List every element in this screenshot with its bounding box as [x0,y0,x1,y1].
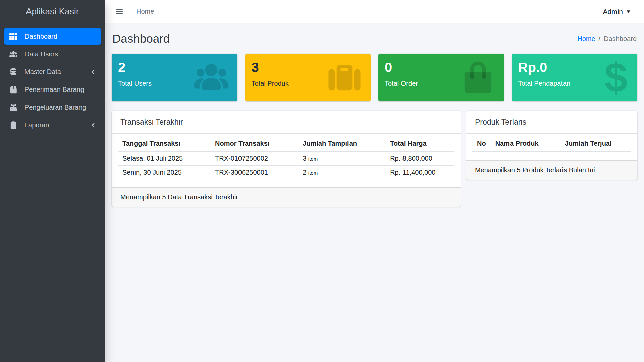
cell-qty: 3 item [298,151,385,166]
sidebar-item-label: Dashboard [24,33,97,40]
stat-card-total-users: 2 Total Users [112,54,237,101]
dollar-sign-icon: $ [604,57,627,98]
transactions-card-footer: Menampilkan 5 Data Transaksi Terakhir [112,187,461,207]
chevron-left-icon [90,69,97,75]
sidebar-item-label: Penerimaan Barang [24,86,97,94]
column-header: Nama Produk [491,136,560,151]
sidebar-item-penerimaan-barang[interactable]: Penerimaan Barang [4,81,101,98]
stats-row: 2 Total Users 3 Total Produk [112,54,637,101]
top-products-card-title: Produk Terlaris [466,111,637,134]
cash-register-icon [8,103,18,112]
shopping-bag-icon [459,59,497,96]
user-name: Admin [603,8,623,16]
sidebar-item-dashboard[interactable]: Dashboard [4,28,101,45]
database-icon [8,68,18,76]
cell-total: Rp. 11,400,000 [385,166,454,180]
user-dropdown[interactable]: Admin [603,8,631,16]
breadcrumb-home-link[interactable]: Home [577,35,595,43]
navbar-home-link[interactable]: Home [136,8,154,15]
sidebar-item-master-data[interactable]: Master Data [4,64,101,80]
column-header: No [472,136,491,151]
column-header: Tanggal Transaksi [118,136,210,151]
content-header: Dashboard Home / Dashboard [112,31,637,46]
qty-value: 3 [303,155,306,162]
table-row: Senin, 30 Juni 2025 TRX-3006250001 2 ite… [118,166,454,180]
column-header: Nomor Transaksi [210,136,298,151]
grid-icon [8,32,18,41]
transactions-card-body: Tanggal Transaksi Nomor Transaksi Jumlah… [112,134,461,187]
sidebar-item-label: Pengeluaran Barang [24,104,97,111]
top-products-card: Produk Terlaris No Nama Produk Jumlah Te… [466,111,637,180]
top-navbar: Home Admin [105,0,644,23]
caret-down-icon [626,10,631,13]
stat-card-total-order: 0 Total Order [378,54,504,101]
breadcrumb: Home / Dashboard [577,35,637,43]
suitcase-icon [326,59,363,96]
menu-toggle-button[interactable] [115,7,123,16]
table-header-row: Tanggal Transaksi Nomor Transaksi Jumlah… [118,136,454,151]
transactions-card-title: Transaksi Terakhir [112,111,461,134]
qty-value: 2 [303,169,306,176]
sidebar-item-label: Data Users [24,50,97,58]
qty-unit: item [308,156,318,162]
top-products-card-footer: Menampilkan 5 Produk Terlaris Bulan Ini [466,160,637,180]
cell-total: Rp. 8,800,000 [385,151,454,166]
top-products-table: No Nama Produk Jumlah Terjual [472,136,631,152]
qty-unit: item [308,170,318,176]
transactions-table: Tanggal Transaksi Nomor Transaksi Jumlah… [118,136,454,179]
page-title: Dashboard [112,31,170,46]
users-icon [193,59,230,96]
top-products-card-body: No Nama Produk Jumlah Terjual [466,134,637,160]
main-area: Home Admin Dashboard Home / Dashboard [105,0,644,362]
table-header-row: No Nama Produk Jumlah Terjual [472,136,631,151]
column-header: Jumlah Tampilan [298,136,385,151]
stat-card-total-pendapatan: Rp.0 Total Pendapatan $ [512,54,638,101]
box-icon [8,85,18,94]
cell-qty: 2 item [298,166,385,180]
transactions-card: Transaksi Terakhir Tanggal Transaksi Nom… [112,111,461,207]
cell-number: TRX-3006250001 [210,166,298,180]
clipboard-icon [8,121,18,130]
column-header: Total Harga [385,136,454,151]
breadcrumb-separator: / [599,35,601,43]
sidebar-item-laporan[interactable]: Laporan [4,117,101,133]
sidebar-item-label: Laporan [24,121,90,129]
sidebar-nav: Dashboard Data Users Master Data [0,23,105,139]
cell-date: Senin, 30 Juni 2025 [118,166,210,180]
app-wrapper: Aplikasi Kasir Dashboard Data Users Mast… [0,0,644,362]
users-icon [8,50,18,59]
cell-date: Selasa, 01 Juli 2025 [118,151,210,166]
sidebar-item-label: Master Data [24,68,90,76]
column-header: Jumlah Terjual [560,136,631,151]
bars-icon [115,7,123,16]
content: Dashboard Home / Dashboard 2 Total Users [105,23,644,362]
sidebar-item-pengeluaran-barang[interactable]: Pengeluaran Barang [4,99,101,116]
sidebar-item-data-users[interactable]: Data Users [4,46,101,62]
stat-card-total-produk: 3 Total Produk [245,54,371,101]
breadcrumb-current: Dashboard [604,35,637,43]
sidebar: Aplikasi Kasir Dashboard Data Users Mast… [0,0,105,362]
table-row: Selasa, 01 Juli 2025 TRX-0107250002 3 it… [118,151,454,166]
cell-number: TRX-0107250002 [210,151,298,166]
bottom-row: Transaksi Terakhir Tanggal Transaksi Nom… [112,111,637,207]
chevron-left-icon [90,122,97,129]
brand-title: Aplikasi Kasir [0,0,105,23]
